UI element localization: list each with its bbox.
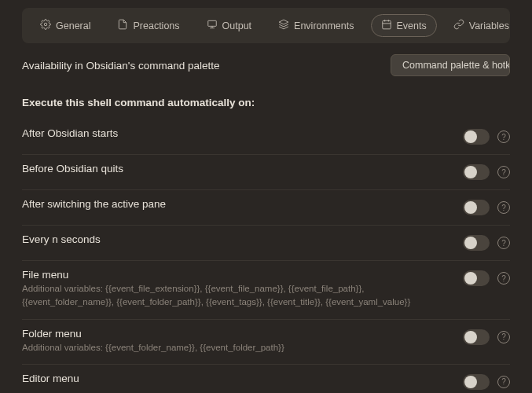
tab-variables[interactable]: Variables <box>443 14 519 37</box>
toggle-editor-menu[interactable] <box>463 374 490 390</box>
help-icon[interactable]: ? <box>497 166 510 178</box>
toggle-before-quits[interactable] <box>463 164 490 180</box>
toggle-every-n-seconds[interactable] <box>463 235 490 251</box>
setting-after-switching: After switching the active pane ? <box>22 190 510 226</box>
setting-every-n-seconds: Every n seconds ? <box>22 226 510 261</box>
setting-file-menu: File menu Additional variables: {{event_… <box>22 261 510 320</box>
setting-before-quits: Before Obsidian quits ? <box>22 155 510 190</box>
tab-label: General <box>56 20 90 31</box>
tab-bar: General Preactions Output Environments E… <box>22 8 510 43</box>
tab-label: Output <box>222 20 252 31</box>
tab-output[interactable]: Output <box>196 14 262 37</box>
availability-row: Availability in Obsidian's command palet… <box>22 54 510 76</box>
toggle-after-switching[interactable] <box>463 200 490 215</box>
tab-label: Events <box>397 20 427 31</box>
command-palette-dropdown[interactable]: Command palette & hotkeys <box>391 54 510 76</box>
setting-description: Additional variables: {{event_file_exten… <box>22 282 450 310</box>
svg-point-0 <box>44 23 47 26</box>
layers-icon <box>278 19 289 32</box>
tab-environments[interactable]: Environments <box>268 14 364 37</box>
setting-title: Every n seconds <box>22 233 450 245</box>
help-icon[interactable]: ? <box>497 331 510 343</box>
setting-description: Additional variables: {{event_folder_nam… <box>22 341 450 354</box>
setting-title: Folder menu <box>22 328 450 340</box>
link-icon <box>453 19 464 32</box>
help-icon[interactable]: ? <box>497 201 510 214</box>
section-header: Execute this shell command automatically… <box>22 97 510 108</box>
svg-rect-5 <box>382 20 391 28</box>
tab-label: Environments <box>294 20 354 31</box>
setting-editor-menu: Editor menu ? <box>22 365 510 393</box>
setting-title: After Obsidian starts <box>22 127 450 139</box>
tab-general[interactable]: General <box>30 14 101 37</box>
tab-events[interactable]: Events <box>371 14 437 37</box>
toggle-file-menu[interactable] <box>463 270 490 286</box>
help-icon[interactable]: ? <box>497 237 510 249</box>
output-icon <box>207 19 218 32</box>
toggle-after-starts[interactable] <box>463 129 490 145</box>
help-icon[interactable]: ? <box>497 130 510 143</box>
svg-marker-4 <box>279 20 288 24</box>
tab-preactions[interactable]: Preactions <box>107 14 189 37</box>
setting-folder-menu: Folder menu Additional variables: {{even… <box>22 320 510 365</box>
toggle-folder-menu[interactable] <box>463 329 490 345</box>
calendar-icon <box>381 19 392 32</box>
availability-label: Availability in Obsidian's command palet… <box>22 60 219 72</box>
file-icon <box>117 19 128 32</box>
gear-icon <box>40 19 51 32</box>
setting-title: Editor menu <box>22 373 450 384</box>
setting-after-starts: After Obsidian starts ? <box>22 119 510 155</box>
help-icon[interactable]: ? <box>497 376 510 388</box>
setting-title: File menu <box>22 269 450 281</box>
tab-label: Variables <box>469 20 509 31</box>
help-icon[interactable]: ? <box>497 272 510 285</box>
tab-label: Preactions <box>133 20 179 31</box>
setting-title: After switching the active pane <box>22 198 450 210</box>
setting-title: Before Obsidian quits <box>22 163 450 174</box>
svg-rect-1 <box>207 20 216 26</box>
